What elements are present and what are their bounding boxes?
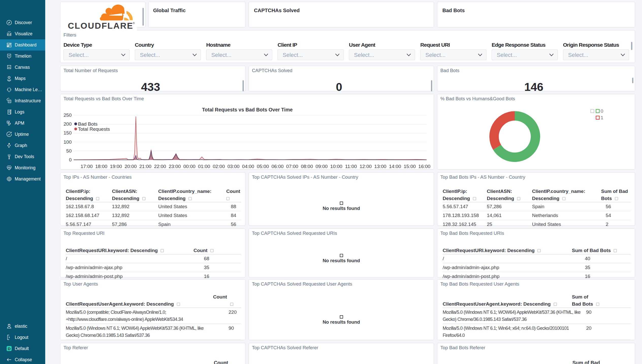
svg-text:03:00: 03:00 — [228, 164, 240, 169]
svg-text:16:00: 16:00 — [418, 164, 430, 169]
svg-text:13:00: 13:00 — [374, 164, 387, 169]
svg-text:50: 50 — [66, 148, 72, 154]
svg-text:23:00: 23:00 — [169, 164, 181, 169]
svg-text:15:00: 15:00 — [404, 164, 416, 169]
svg-text:14:00: 14:00 — [389, 164, 401, 169]
svg-text:17:00: 17:00 — [81, 164, 93, 169]
svg-text:Total Requests vs Bad Bots Ove: Total Requests vs Bad Bots Over Time — [202, 107, 293, 112]
svg-text:200: 200 — [63, 121, 72, 127]
svg-text:0: 0 — [601, 108, 603, 114]
svg-text:04:00: 04:00 — [242, 164, 254, 169]
svg-text:09:00: 09:00 — [316, 164, 328, 169]
svg-text:07:00: 07:00 — [286, 164, 298, 169]
svg-text:02:00: 02:00 — [213, 164, 225, 169]
svg-text:0: 0 — [69, 157, 72, 162]
svg-text:Bad Bots: Bad Bots — [78, 121, 98, 127]
svg-text:®: ® — [133, 22, 135, 25]
svg-text:10:00: 10:00 — [330, 164, 342, 169]
svg-text:100: 100 — [63, 139, 72, 145]
svg-text:00:00: 00:00 — [183, 164, 196, 169]
svg-text:20:00: 20:00 — [125, 164, 137, 169]
svg-text:19:00: 19:00 — [110, 164, 122, 169]
svg-text:150: 150 — [63, 130, 72, 136]
svg-text:1: 1 — [601, 115, 603, 120]
svg-text:12:00: 12:00 — [360, 164, 372, 169]
svg-text:18:00: 18:00 — [95, 164, 107, 169]
svg-text:CLOUDFLARE: CLOUDFLARE — [68, 21, 133, 30]
svg-text:08:00: 08:00 — [301, 164, 313, 169]
svg-text:Total Requests: Total Requests — [78, 126, 110, 132]
svg-text:01:00: 01:00 — [198, 164, 210, 169]
svg-text:05:00: 05:00 — [257, 164, 269, 169]
svg-text:06:00: 06:00 — [271, 164, 284, 169]
svg-text:22:00: 22:00 — [154, 164, 166, 169]
svg-text:250: 250 — [63, 112, 72, 118]
svg-text:11:00: 11:00 — [345, 164, 357, 169]
svg-text:D: D — [8, 346, 10, 351]
svg-text:21:00: 21:00 — [139, 164, 152, 169]
